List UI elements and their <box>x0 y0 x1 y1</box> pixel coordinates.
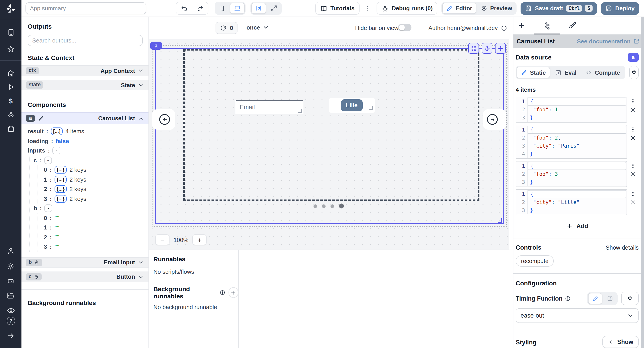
component-a-row[interactable]: a Carousel List <box>22 112 148 124</box>
expand-handle[interactable] <box>468 43 479 54</box>
see-documentation-link[interactable]: See documentation <box>577 38 640 44</box>
json-editor[interactable]: 1{ 2"foo": 1 3} <box>516 96 627 122</box>
carousel-dot[interactable] <box>314 204 317 208</box>
chevron-down-icon[interactable] <box>138 274 144 280</box>
component-c-row[interactable]: c Button <box>22 271 148 282</box>
delete-item-icon[interactable] <box>630 200 636 205</box>
windmill-logo-icon[interactable] <box>5 3 16 14</box>
resize-handle-icon[interactable] <box>298 109 302 113</box>
dash-token[interactable]: - <box>44 205 52 212</box>
edit-id-pencil-icon[interactable] <box>39 116 44 121</box>
delete-item-icon[interactable] <box>630 171 636 177</box>
drag-handle-icon[interactable] <box>630 98 636 104</box>
workers-robot-icon[interactable] <box>0 276 22 286</box>
zoom-in-button[interactable]: + <box>192 234 207 245</box>
carousel-button[interactable]: Lille <box>341 99 363 112</box>
help-icon[interactable]: ? <box>0 316 22 326</box>
json-editor[interactable]: 1{ 2"foo": 3 3} <box>516 161 627 187</box>
zoom-out-button[interactable]: − <box>155 234 170 245</box>
show-details-link[interactable]: Show details <box>606 244 639 251</box>
email-input-component[interactable] <box>236 100 303 114</box>
chevron-down-icon[interactable] <box>138 82 144 88</box>
delete-item-icon[interactable] <box>630 107 636 113</box>
audit-eye-icon[interactable] <box>0 305 22 316</box>
search-outputs-input[interactable] <box>28 35 143 46</box>
styling-show-button[interactable]: Show <box>602 336 639 348</box>
timing-static-button[interactable] <box>588 293 602 304</box>
resources-icon[interactable] <box>0 110 22 120</box>
insert-component-tab[interactable] <box>516 20 527 31</box>
object-token[interactable]: {...} <box>54 195 67 203</box>
hide-bar-toggle[interactable] <box>398 24 412 31</box>
static-mode-button[interactable]: Static <box>516 67 550 78</box>
eval-mode-button[interactable]: f Eval <box>551 67 581 78</box>
json-editor[interactable]: 1{ 2"city": "Lille" 3} <box>516 189 627 215</box>
carousel-dot[interactable] <box>330 204 334 208</box>
variables-icon[interactable]: $ <box>0 96 22 106</box>
resize-handle-icon[interactable] <box>369 106 373 110</box>
move-handle[interactable] <box>495 43 506 54</box>
workspace-icon[interactable] <box>0 27 22 38</box>
tree-row-loading[interactable]: loading:false <box>28 136 148 146</box>
carousel-dot-active[interactable] <box>339 204 344 208</box>
more-menu-button[interactable] <box>363 2 372 14</box>
tree-row-result[interactable]: result:[...]4 items <box>28 126 148 136</box>
ctx-row[interactable]: ctx App Context <box>22 65 148 76</box>
object-token[interactable]: {...} <box>54 176 67 184</box>
tree-row-b2[interactable]: 2:"" <box>44 232 148 242</box>
tree-row-c2[interactable]: 2:{...}2 keys <box>44 184 148 194</box>
timing-eval-button[interactable]: f <box>603 293 617 304</box>
redo-button[interactable] <box>192 2 208 14</box>
schedule-dropdown[interactable]: once <box>246 24 270 31</box>
tutorials-button[interactable]: Tutorials <box>315 2 360 15</box>
expand-rail-icon[interactable] <box>0 330 22 341</box>
tree-row-c3[interactable]: 3:{...}2 keys <box>44 194 148 204</box>
chevron-down-icon[interactable] <box>138 68 144 74</box>
button-component[interactable]: Lille <box>329 98 375 113</box>
favorites-star-icon[interactable] <box>0 44 22 54</box>
carousel-container[interactable] <box>183 49 480 201</box>
add-item-button[interactable]: Add <box>562 221 592 231</box>
tree-row-b1[interactable]: 1:"" <box>44 223 148 232</box>
selection-resize-handle[interactable] <box>498 218 502 223</box>
scrollbar[interactable] <box>641 16 644 348</box>
timing-function-select[interactable]: ease-out <box>516 308 639 323</box>
mobile-view-button[interactable] <box>216 3 229 14</box>
connect-plug-button[interactable] <box>629 66 639 79</box>
home-icon[interactable] <box>0 68 22 78</box>
tree-row-b[interactable]: b:- <box>34 204 148 213</box>
deploy-button[interactable]: Deploy <box>601 2 639 14</box>
save-draft-button[interactable]: Save draft Ctrl S <box>520 2 597 14</box>
component-settings-tab[interactable] <box>542 20 552 31</box>
users-icon[interactable] <box>0 246 22 256</box>
state-row[interactable]: state State <box>22 80 148 90</box>
component-b-row[interactable]: b Email Input <box>22 257 148 268</box>
dash-token[interactable]: - <box>52 147 60 154</box>
settings-gear-icon[interactable] <box>0 261 22 271</box>
object-token[interactable]: {...} <box>54 186 67 193</box>
add-background-runnable-button[interactable] <box>228 287 238 298</box>
anchor-handle[interactable] <box>482 43 492 54</box>
carousel-next-button[interactable] <box>487 114 498 125</box>
app-canvas[interactable]: a Lille <box>149 39 509 250</box>
compute-mode-button[interactable]: Compute <box>582 67 624 78</box>
tree-row-c1[interactable]: 1:{...}2 keys <box>44 175 148 184</box>
preview-tab[interactable]: Preview <box>477 3 516 14</box>
email-input[interactable] <box>236 100 303 114</box>
center-align-button[interactable] <box>251 3 266 14</box>
recompute-button[interactable]: recompute <box>516 256 554 266</box>
app-summary-input[interactable] <box>26 2 146 14</box>
debug-runs-button[interactable]: Debug runs (0) <box>376 2 438 15</box>
refresh-count-button[interactable]: 0 <box>216 22 238 34</box>
fullscreen-button[interactable] <box>267 3 281 14</box>
styling-brush-tab[interactable] <box>567 20 578 31</box>
chevron-up-icon[interactable] <box>138 115 144 122</box>
selected-component-badge[interactable]: a <box>150 42 162 50</box>
array-token[interactable]: [...] <box>51 128 63 135</box>
drag-handle-icon[interactable] <box>630 191 636 197</box>
schedules-icon[interactable] <box>0 124 22 134</box>
desktop-view-button[interactable] <box>230 3 245 14</box>
undo-button[interactable] <box>176 2 192 14</box>
dash-token[interactable]: - <box>44 156 52 164</box>
drag-handle-icon[interactable] <box>630 163 636 169</box>
